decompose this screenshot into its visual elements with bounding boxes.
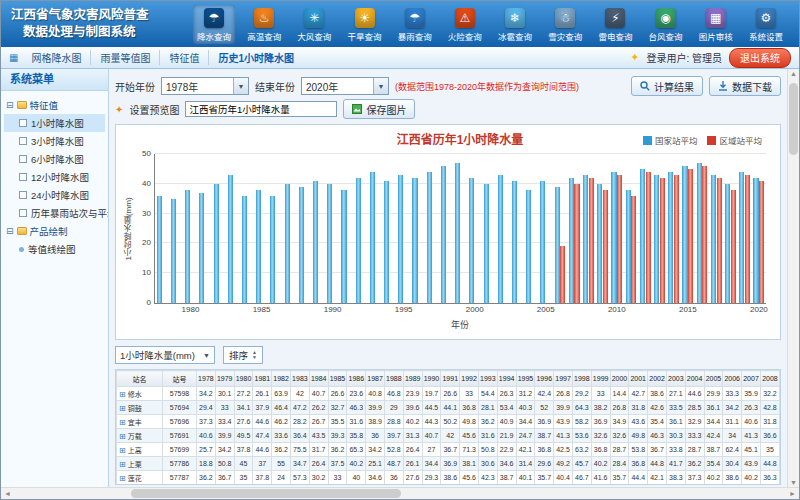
nav-item-fire-risk-query[interactable]: ⚠火险查询 [444, 5, 486, 44]
table-row[interactable]: ⊞铜鼓5769429.43334.137.946.447.226.232.746… [117, 401, 780, 415]
main-panel: 开始年份 1978年 ▼ 结束年份 2020年 ▼ (数据范围1978-2020… [109, 69, 787, 487]
checkbox[interactable] [19, 137, 27, 145]
value-cell: 34.4 [704, 415, 723, 429]
station-name-cell: ⊞上高 [117, 443, 163, 457]
value-cell: 36.2 [685, 457, 704, 471]
checkbox[interactable] [19, 191, 27, 199]
expander-icon[interactable]: ⊟ [6, 227, 14, 236]
value-cell: 47.4 [253, 429, 272, 443]
nav-item-system-settings[interactable]: ⚙系统设置 [745, 5, 787, 44]
table-row[interactable]: ⊞莲花5778736.236.73537.82457.330.2334034.6… [117, 471, 780, 485]
scroll-right-icon[interactable]: ► [789, 490, 796, 497]
row-expand-icon[interactable]: ⊞ [119, 446, 126, 455]
value-cell: 44.2 [516, 485, 535, 486]
tree-item[interactable]: 3小时降水图 [4, 132, 105, 150]
bar-regional [617, 175, 622, 303]
checkbox[interactable] [19, 209, 27, 217]
row-expand-icon[interactable]: ⊞ [119, 460, 126, 469]
tree-item[interactable]: 等值线绘图 [4, 240, 105, 258]
tab-1[interactable]: 雨量等值图 [91, 50, 160, 65]
metric-select[interactable]: 1小时降水量(mm) ▼ [115, 346, 215, 364]
tree-item[interactable]: 6小时降水图 [4, 150, 105, 168]
table-row[interactable]: ⊞婺源5868642.138.534.839.945.240.636.133.7… [117, 485, 780, 486]
x-tick-label: 1980 [182, 305, 200, 314]
table-row[interactable]: ⊞上高5769925.734.237.844.636.275.531.736.2… [117, 443, 780, 457]
row-expand-icon[interactable]: ⊞ [119, 432, 126, 441]
value-cell: 29.6 [535, 457, 554, 471]
tab-2[interactable]: 特征值 [160, 50, 209, 65]
tab-3[interactable]: 历史1小时降水图 [209, 50, 303, 65]
magnifier-icon [640, 81, 650, 91]
col-code-header: 站号 [163, 371, 197, 387]
tree-item[interactable]: 24小时降水图 [4, 186, 105, 204]
table-row[interactable]: ⊞修水5759834.230.127.226.163.94240.726.623… [117, 387, 780, 401]
tree-item[interactable]: 12小时降水图 [4, 168, 105, 186]
nav-item-hail-query[interactable]: ❄冰雹查询 [494, 5, 536, 44]
sort-control[interactable]: 排序 ▲▼ [223, 346, 263, 364]
nav-item-heat-query[interactable]: ♨高温查询 [243, 5, 285, 44]
table-row[interactable]: ⊞宜丰5769637.333.427.644.646.228.226.735.5… [117, 415, 780, 429]
nav-item-lightning-query[interactable]: ⚡雷电查询 [594, 5, 636, 44]
end-year-select[interactable]: 2020年 ▼ [301, 77, 389, 95]
value-cell: 45.7 [572, 457, 591, 471]
scroll-down-icon[interactable]: ▼ [790, 479, 797, 486]
value-cell: 40.9 [497, 415, 516, 429]
row-expand-icon[interactable]: ⊞ [119, 474, 126, 483]
tree-group-header[interactable]: ⊟特征值 [4, 96, 105, 114]
value-cell: 40.6 [290, 485, 309, 486]
checkbox[interactable] [19, 173, 27, 181]
nav-item-drought-query[interactable]: ☀干旱查询 [344, 5, 386, 44]
nav-item-label: 系统设置 [749, 30, 783, 42]
calculate-button[interactable]: 计算结果 [631, 76, 703, 96]
table-row[interactable]: ⊞上栗5778618.850.845375534.726.437.540.225… [117, 457, 780, 471]
value-cell: 50.8 [215, 457, 234, 471]
vertical-scroll-thumb[interactable] [789, 83, 798, 155]
tree-group-header[interactable]: ⊟产品绘制 [4, 222, 105, 240]
bar-regional [560, 246, 565, 303]
value-cell: 40.7 [422, 429, 441, 443]
legend-item: 区域站平均 [707, 134, 762, 146]
start-year-select[interactable]: 1978年 ▼ [161, 77, 249, 95]
table-row[interactable]: ⊞万载5769140.639.949.547.433.636.443.539.3… [117, 429, 780, 443]
value-cell: 41.3 [554, 429, 573, 443]
nav-item-image-review[interactable]: ▦图片审核 [695, 5, 737, 44]
value-cell: 36.7 [648, 443, 667, 457]
horizontal-scroll-thumb[interactable] [131, 489, 401, 498]
checkbox[interactable] [19, 119, 27, 127]
scroll-up-icon[interactable]: ▲ [790, 70, 797, 77]
value-cell: 42.3 [478, 471, 497, 485]
bar-regional [688, 169, 693, 303]
nav-item-precip-query[interactable]: ☂降水查询 [193, 5, 235, 44]
save-image-button[interactable]: 保存图片 [343, 99, 415, 119]
tree-item[interactable]: 1小时降水图 [4, 114, 105, 132]
tab-0[interactable]: 网格降水图 [22, 50, 91, 65]
tab-bar: ▦ 网格降水图雨量等值图特征值历史1小时降水图 ✦ 登录用户: 管理员 退出系统 [1, 47, 799, 69]
logout-button[interactable]: 退出系统 [729, 48, 791, 68]
sort-arrows-icon[interactable]: ▲▼ [252, 350, 257, 360]
horizontal-scrollbar[interactable]: ◄ ► [1, 487, 799, 499]
bar-national [270, 196, 275, 303]
download-button[interactable]: 数据下载 [709, 76, 781, 96]
precip-query-icon: ☂ [204, 8, 224, 28]
vertical-scrollbar[interactable]: ▲ ▼ [787, 69, 799, 487]
tree-item-label: 1小时降水图 [31, 116, 84, 130]
value-cell: 41.3 [742, 429, 761, 443]
value-cell: 36.4 [666, 485, 685, 486]
nav-item-wind-query[interactable]: ✳大风查询 [293, 5, 335, 44]
row-expand-icon[interactable]: ⊞ [119, 404, 126, 413]
bar-regional [731, 190, 736, 303]
station-code-cell: 57598 [163, 387, 197, 401]
expander-icon[interactable]: ⊟ [6, 101, 14, 110]
row-expand-icon[interactable]: ⊞ [119, 418, 126, 427]
tree-item[interactable]: 历年暴雨站次与平均图 [4, 204, 105, 222]
scroll-left-icon[interactable]: ◄ [4, 490, 11, 497]
nav-item-rainstorm-query[interactable]: ☂暴雨查询 [394, 5, 436, 44]
nav-item-typhoon-query[interactable]: ◉台风查询 [645, 5, 687, 44]
station-name-cell: ⊞莲花 [117, 471, 163, 485]
row-expand-icon[interactable]: ⊞ [119, 390, 126, 399]
bar-national [242, 196, 247, 303]
nav-item-snow-query[interactable]: ☃雪灾查询 [544, 5, 586, 44]
bar-national [668, 172, 673, 303]
checkbox[interactable] [19, 155, 27, 163]
preview-title-input[interactable] [185, 101, 337, 117]
